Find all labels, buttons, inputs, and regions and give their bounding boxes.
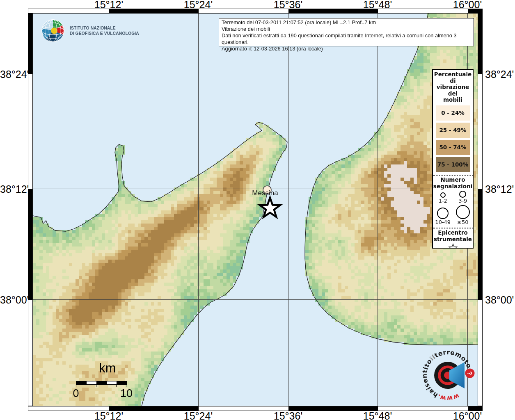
axis-tick-bottom: 15°36' <box>274 410 302 420</box>
legend-swatch: 25 - 49% <box>436 123 470 138</box>
legend-count-row: 10-49 ≥50 <box>433 204 473 225</box>
haisentitoilterremoto-logo: www.haisentitoilterremoto.it ? <box>421 347 479 407</box>
ingv-logo: ISTITUTO NAZIONALE DI GEOFISICA E VULCAN… <box>41 19 147 43</box>
scale-bar-graphic <box>76 381 127 385</box>
event-info-line: Terremoto del 07-03-2011 21:07:52 (ora l… <box>222 19 471 26</box>
event-info-box: Terremoto del 07-03-2011 21:07:52 (ora l… <box>219 18 474 46</box>
legend-counts-title: Numero segnalazioni <box>433 176 473 189</box>
scale-end: 10 <box>120 387 133 400</box>
axis-tick-bottom: 15°48' <box>363 410 392 420</box>
axis-tick-top: 15°12' <box>94 0 123 11</box>
axis-tick-right: 38°12' <box>485 183 514 195</box>
axis-tick-right: 38°00' <box>485 294 514 306</box>
map-page: Messina 15°12' 15°24' 15°36' 15°48' 16°0… <box>0 0 515 420</box>
legend-swatch: 0 - 24% <box>436 105 470 121</box>
ingv-globe-icon <box>41 19 65 43</box>
count-circle-icon <box>456 205 470 219</box>
map-canvas <box>33 14 478 406</box>
count-circle-icon <box>459 191 466 198</box>
legend-count-row: 1-2 3-9 <box>433 189 473 204</box>
axis-tick-top: 15°24' <box>184 0 213 11</box>
legend-swatch: 75 - 100% <box>436 157 470 172</box>
count-circle-icon <box>440 192 446 198</box>
scale-unit: km <box>99 361 116 376</box>
axis-tick-bottom: 16°00' <box>453 410 482 420</box>
scale-bar: km 0 10 <box>69 363 141 404</box>
ingv-logo-text: ISTITUTO NAZIONALE DI GEOFISICA E VULCAN… <box>70 25 139 37</box>
legend: Percentuale di vibrazione dei mobili 0 -… <box>432 69 474 249</box>
axis-tick-bottom: 15°24' <box>184 410 213 420</box>
axis-tick-left: 38°12' <box>0 183 26 195</box>
axis-tick-top: 15°36' <box>274 0 302 11</box>
event-info-line: Vibrazione dei mobili <box>222 26 471 32</box>
event-info-line: Dati non verificati estratti da 190 ques… <box>222 32 471 46</box>
legend-title: Percentuale di vibrazione dei mobili <box>433 70 473 103</box>
legend-epicenter-title: Epicentro strumentale <box>433 228 473 242</box>
legend-swatch: 50 - 74% <box>436 140 470 155</box>
count-circle-icon <box>437 208 449 219</box>
axis-tick-left: 38°24' <box>0 68 26 80</box>
scale-start: 0 <box>73 387 79 400</box>
axis-tick-top: 15°48' <box>363 0 392 11</box>
axis-tick-top: 16°00' <box>453 0 482 11</box>
legend-star-icon <box>448 243 458 249</box>
axis-tick-left: 38°00' <box>0 294 26 306</box>
axis-tick-bottom: 15°12' <box>94 410 123 420</box>
event-info-line: Aggiornato il: 12-03-2026 16:13 (ora loc… <box>222 46 471 52</box>
axis-tick-right: 38°24' <box>485 68 514 80</box>
